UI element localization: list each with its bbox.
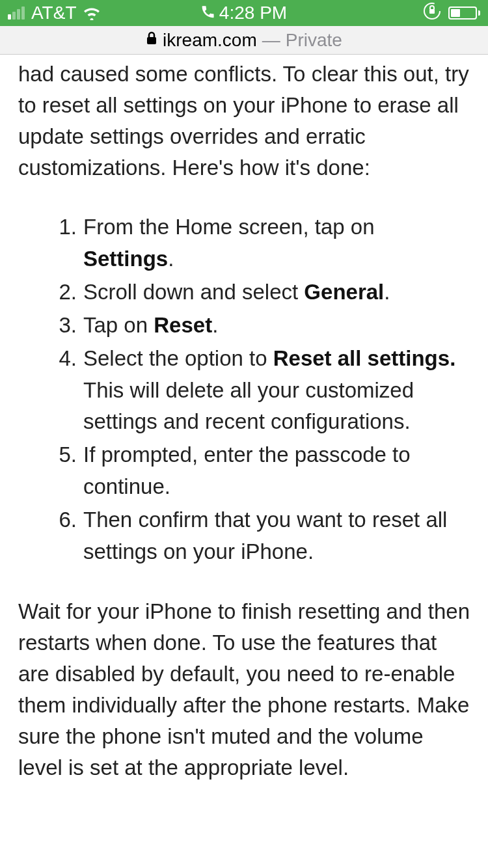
list-item: 5. If prompted, enter the passcode to co…: [53, 439, 470, 503]
url-separator: —: [262, 30, 280, 51]
step-pre: If prompted, enter the passcode to conti…: [83, 442, 411, 498]
url-domain: ikream.com: [163, 30, 257, 51]
step-number: 2.: [53, 277, 77, 308]
signal-icon: [8, 7, 25, 20]
step-pre: From the Home screen, tap on: [83, 215, 375, 239]
step-bold: General: [304, 280, 384, 304]
address-bar[interactable]: ikream.com — Private: [0, 26, 488, 55]
step-post: This will delete all your customized set…: [83, 378, 414, 434]
step-pre: Then confirm that you want to reset all …: [83, 508, 447, 563]
status-bar: AT&T 4:28 PM: [0, 0, 488, 26]
step-number: 5.: [53, 439, 77, 471]
call-icon: [201, 3, 215, 23]
wifi-icon: [83, 6, 101, 20]
rotation-lock-icon: [422, 1, 442, 25]
intro-paragraph: had caused some conflicts. To clear this…: [18, 59, 470, 183]
outro-paragraph: Wait for your iPhone to finish resetting…: [18, 596, 470, 783]
step-pre: Scroll down and select: [83, 280, 304, 304]
step-post: .: [168, 247, 174, 271]
private-label: Private: [286, 30, 342, 51]
svg-rect-2: [147, 37, 156, 44]
list-item: 2. Scroll down and select General.: [53, 277, 470, 308]
status-left: AT&T: [8, 3, 101, 23]
list-item: 6. Then confirm that you want to reset a…: [53, 504, 470, 568]
lock-icon: [146, 31, 157, 49]
list-item: 4. Select the option to Reset all settin…: [53, 343, 470, 438]
step-bold: Settings: [83, 247, 168, 271]
step-pre: Select the option to: [83, 346, 273, 370]
step-number: 1.: [53, 211, 77, 243]
step-post: .: [384, 280, 390, 304]
clock-time: 4:28 PM: [219, 3, 287, 23]
status-center: 4:28 PM: [201, 3, 287, 23]
step-number: 6.: [53, 504, 77, 536]
step-number: 4.: [53, 343, 77, 375]
step-bold: Reset all settings.: [273, 346, 456, 370]
battery-icon: [448, 7, 480, 20]
carrier-label: AT&T: [31, 3, 76, 23]
step-number: 3.: [53, 310, 77, 342]
page-content[interactable]: had caused some conflicts. To clear this…: [0, 59, 488, 783]
step-bold: Reset: [154, 313, 212, 337]
step-post: .: [212, 313, 218, 337]
step-pre: Tap on: [83, 313, 154, 337]
list-item: 1. From the Home screen, tap on Settings…: [53, 211, 470, 275]
status-right: [422, 1, 480, 25]
list-item: 3. Tap on Reset.: [53, 310, 470, 342]
svg-rect-1: [429, 9, 435, 14]
steps-list: 1. From the Home screen, tap on Settings…: [18, 211, 470, 567]
